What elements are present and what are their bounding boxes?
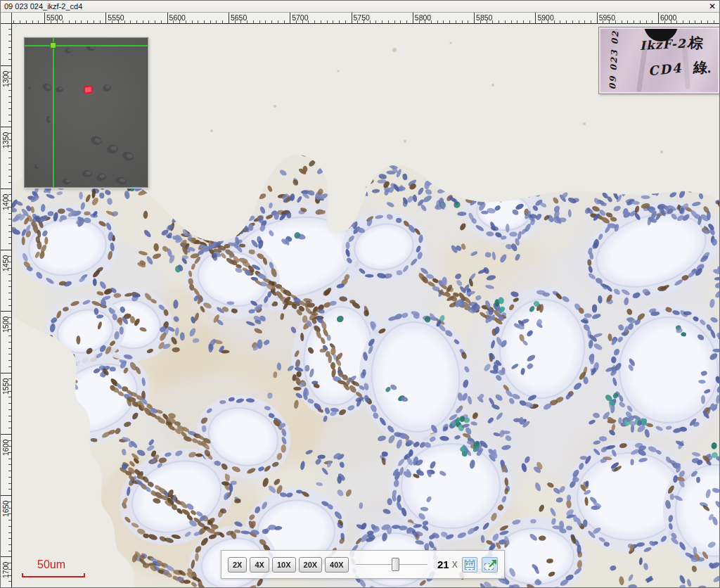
zoom-preset-buttons: 2X4X10X20X40X bbox=[228, 557, 352, 573]
slide-label-marker-name: IkzF-2. bbox=[640, 36, 691, 53]
window-title: 09 023 024_ikzf-2_cd4 bbox=[4, 2, 82, 11]
navigator-crosshair-horizontal bbox=[25, 45, 148, 46]
slide-label-stain1: 棕 bbox=[688, 33, 704, 53]
fullscreen-button[interactable] bbox=[482, 557, 498, 573]
slide-label-case-number: 09 023 024 bbox=[608, 27, 621, 90]
expand-arrow-icon bbox=[482, 558, 500, 572]
scale-bar-line bbox=[22, 573, 85, 577]
zoom-button-4x[interactable]: 4X bbox=[250, 557, 269, 573]
navigator-view-rect[interactable] bbox=[83, 85, 93, 94]
magnification-value: 21 bbox=[437, 558, 449, 570]
fit-to-window-button[interactable]: FIT bbox=[462, 557, 478, 573]
navigator-position-dot bbox=[50, 42, 56, 49]
fit-icon: FIT bbox=[465, 560, 475, 570]
scale-bar-label: 50um bbox=[37, 558, 85, 571]
horizontal-ruler: 5500555056005650570057505800585059005950… bbox=[12, 13, 720, 24]
slide-label-image: IkzF-2. 棕 CD4 綠. 09 023 024 bbox=[599, 27, 719, 94]
zoom-button-10x[interactable]: 10X bbox=[272, 557, 296, 573]
zoom-button-20x[interactable]: 20X bbox=[299, 557, 323, 573]
zoom-slider-handle[interactable] bbox=[392, 558, 399, 571]
zoom-slider[interactable] bbox=[356, 558, 428, 571]
close-icon[interactable]: ✕ bbox=[709, 1, 716, 11]
navigator-tissue-map bbox=[25, 38, 148, 187]
scale-bar: 50um bbox=[22, 558, 85, 577]
zoom-toolbar: 2X4X10X20X40X 21 X FIT bbox=[221, 550, 505, 579]
window-titlebar: 09 023 024_ikzf-2_cd4 ✕ bbox=[1, 1, 720, 13]
slide-label-antibody: CD4 bbox=[648, 60, 683, 79]
magnification-unit: X bbox=[452, 560, 458, 570]
slide-label-stain2: 綠. bbox=[693, 58, 712, 78]
navigator-panel[interactable] bbox=[24, 37, 148, 188]
zoom-button-2x[interactable]: 2X bbox=[228, 557, 247, 573]
slide-viewer-window: 09 023 024_ikzf-2_cd4 ✕ 5500555056005650… bbox=[0, 0, 720, 588]
zoom-button-40x[interactable]: 40X bbox=[325, 557, 349, 573]
navigator-crosshair-vertical bbox=[53, 38, 54, 187]
ruler-corner-box bbox=[1, 13, 12, 24]
vertical-ruler: 130013501400145015001550160016501700 bbox=[1, 24, 12, 588]
